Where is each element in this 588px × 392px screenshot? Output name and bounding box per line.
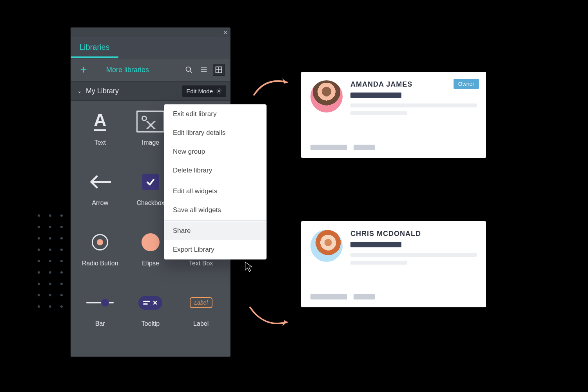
placeholder-bar — [350, 242, 401, 247]
placeholder-bar — [350, 111, 407, 115]
tab-libraries[interactable]: Libraries — [71, 37, 118, 58]
panel-titlebar: ✕ — [71, 28, 230, 37]
menu-exit-edit-library[interactable]: Exit edit library — [164, 105, 266, 123]
search-icon[interactable] — [183, 64, 195, 76]
widget-tooltip[interactable]: ✕ Tooltip — [125, 290, 176, 345]
checkbox-icon — [142, 174, 159, 190]
library-name: My Library — [86, 87, 182, 95]
widget-radio-button[interactable]: Radio Button — [75, 230, 125, 285]
widget-label: Tooltip — [142, 320, 160, 327]
placeholder-bar — [350, 93, 401, 98]
panel-tabs: Libraries — [71, 37, 230, 58]
avatar — [310, 230, 343, 262]
grid-view-icon[interactable] — [213, 64, 225, 76]
ellipse-icon — [142, 233, 160, 251]
placeholder-bar — [350, 253, 477, 257]
share-arrow-icon — [247, 303, 294, 331]
widget-label: Elipse — [142, 260, 159, 267]
add-library-button[interactable]: + — [78, 64, 89, 75]
svg-point-0 — [186, 67, 191, 72]
panel-toolbar: + More libraries — [71, 58, 230, 81]
more-libraries-link[interactable]: More libraries — [106, 66, 149, 74]
widget-label: Text — [94, 139, 106, 146]
user-card: CHRIS MCDONALD — [301, 221, 486, 307]
widget-arrow[interactable]: Arrow — [75, 170, 125, 225]
gear-icon — [216, 88, 222, 94]
menu-edit-library-details[interactable]: Edit library details — [164, 123, 266, 142]
chevron-down-icon: ⌄ — [77, 88, 82, 94]
menu-separator — [164, 220, 266, 221]
svg-point-8 — [218, 90, 220, 92]
menu-separator — [164, 181, 266, 181]
menu-export-library[interactable]: Export Library — [164, 240, 266, 259]
menu-share[interactable]: Share — [164, 221, 266, 240]
widget-label[interactable]: Label Label — [176, 290, 226, 345]
avatar — [310, 80, 343, 113]
list-view-icon[interactable] — [198, 64, 210, 76]
widget-label: Label — [193, 320, 209, 327]
widget-text[interactable]: A Text — [75, 109, 125, 164]
placeholder-bar — [350, 103, 477, 107]
widget-bar[interactable]: Bar — [75, 290, 125, 345]
menu-new-group[interactable]: New group — [164, 142, 266, 161]
edit-mode-label: Edit Mode — [186, 88, 213, 94]
radio-icon — [92, 234, 108, 250]
svg-line-1 — [190, 71, 192, 73]
image-icon — [136, 111, 165, 132]
user-name: CHRIS MCDONALD — [350, 230, 477, 238]
share-arrow-icon — [251, 74, 294, 98]
placeholder-bar — [310, 145, 347, 150]
placeholder-bar — [350, 261, 407, 265]
bar-icon — [86, 302, 114, 303]
arrow-icon — [88, 174, 112, 190]
widget-label: Image — [142, 139, 159, 146]
library-header[interactable]: ⌄ My Library Edit Mode — [71, 81, 230, 101]
menu-edit-all-widgets[interactable]: Edit all widgets — [164, 182, 266, 201]
menu-save-all-widgets[interactable]: Save all widgets — [164, 201, 266, 220]
user-card: AMANDA JAMES Owner — [301, 72, 486, 158]
plus-icon: + — [80, 63, 87, 76]
placeholder-bar — [354, 145, 375, 150]
widget-label: Bar — [95, 320, 105, 327]
cursor-icon — [244, 261, 255, 274]
library-context-menu: Exit edit library Edit library details N… — [164, 104, 267, 260]
menu-delete-library[interactable]: Delete library — [164, 161, 266, 180]
close-icon[interactable]: ✕ — [223, 30, 228, 35]
widget-label: Arrow — [92, 200, 108, 207]
edit-mode-button[interactable]: Edit Mode — [182, 85, 226, 97]
owner-badge: Owner — [454, 79, 479, 89]
placeholder-bar — [354, 294, 375, 299]
widget-label: Radio Button — [82, 260, 118, 267]
text-icon: A — [94, 112, 106, 131]
widget-label: Text Box — [189, 260, 213, 267]
widget-label: Checkbox — [136, 200, 164, 207]
label-icon: Label — [190, 297, 212, 308]
tooltip-icon: ✕ — [138, 296, 162, 310]
placeholder-bar — [310, 294, 347, 299]
